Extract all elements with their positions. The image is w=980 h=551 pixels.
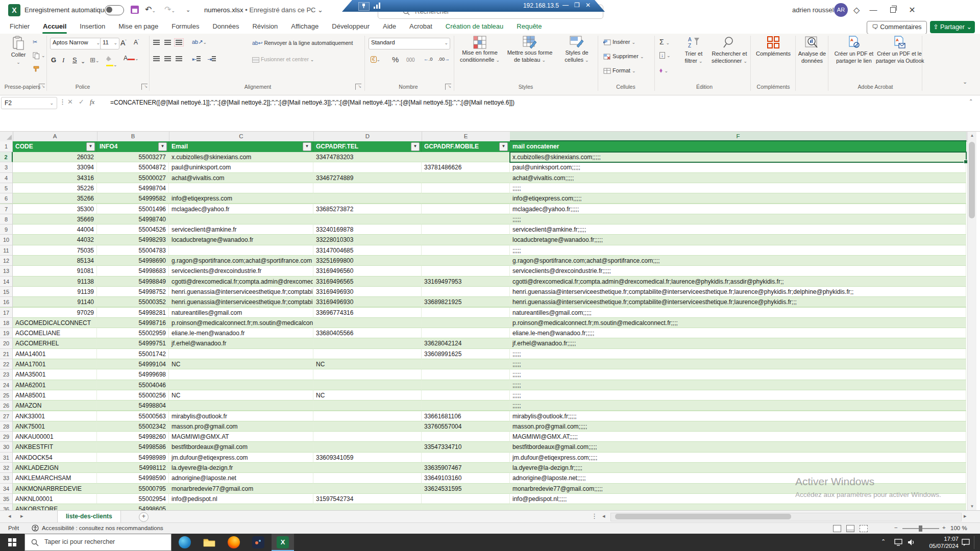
cell-C21[interactable] xyxy=(169,349,313,359)
share-button[interactable]: ⇪ Partager ⌄ xyxy=(930,21,975,33)
cell-C10[interactable]: locaducbretagne@wanadoo.fr xyxy=(169,235,313,245)
cell-A33[interactable]: ANKLEMARCHSAM xyxy=(13,473,97,483)
align-center-icon[interactable] xyxy=(164,56,171,62)
cell-E29[interactable] xyxy=(422,432,510,442)
cell-E3[interactable]: 33781486626 xyxy=(422,162,510,172)
taskbar-edge[interactable] xyxy=(174,534,196,551)
cell-C20[interactable]: jf.erhel@wanadoo.fr xyxy=(169,338,313,348)
cell-E16[interactable]: 33689821925 xyxy=(422,297,510,307)
cell-D25[interactable]: NC xyxy=(313,390,422,400)
column-letter-B[interactable]: B xyxy=(97,132,169,141)
ribbon-tab-r-vision[interactable]: Révision xyxy=(246,20,284,34)
cell-D3[interactable] xyxy=(313,162,422,172)
cell-A3[interactable]: 33094 xyxy=(13,162,97,172)
wrap-text-button[interactable]: ab↩ Renvoyer à la ligne automatiquement xyxy=(252,40,353,46)
ribbon-tab-insertion[interactable]: Insertion xyxy=(73,20,112,34)
create-pdf-share-link-button[interactable]: A Créer un PDF et partager le lien xyxy=(832,36,876,64)
cell-D10[interactable]: 33228010303 xyxy=(313,235,422,245)
number-format-combo[interactable]: Standard⌄ xyxy=(369,38,450,49)
zoom-level[interactable]: 100 % xyxy=(950,525,967,531)
cell-B26[interactable]: 54998804 xyxy=(97,400,169,411)
cell-C16[interactable]: henri.guenassia@interserviceesthetique.f… xyxy=(169,297,313,307)
horizontal-scrollbar-thumb[interactable] xyxy=(615,514,791,519)
alignment-dialog-launcher[interactable]: ↘ xyxy=(355,84,361,90)
grow-font-button[interactable]: Aˆ xyxy=(120,39,127,47)
table-header-tel[interactable]: GCPADRF.TEL▼ xyxy=(313,141,422,152)
cell-C19[interactable]: eliane.le-men@wanadoo.fr xyxy=(169,328,313,338)
analyze-data-button[interactable]: Analyse de données xyxy=(796,36,828,64)
cell-D13[interactable]: 33169496560 xyxy=(313,266,422,276)
cell-A27[interactable]: ANK33001 xyxy=(13,411,97,421)
selected-cell-outline[interactable] xyxy=(509,152,967,163)
ribbon-tab-mise-en-page[interactable]: Mise en page xyxy=(112,20,165,34)
cell-D35[interactable]: 31597542734 xyxy=(313,494,422,504)
cell-A18[interactable]: AGCOMEDICALCONNECT xyxy=(13,318,97,328)
cell-A22[interactable]: AMA17001 xyxy=(13,359,97,369)
cell-C30[interactable]: bestfitbordeaux@gmail.com xyxy=(169,442,313,452)
cell-E33[interactable]: 33649103160 xyxy=(422,473,510,483)
cell-D17[interactable]: 33696774316 xyxy=(313,308,422,318)
percent-format-button[interactable]: % xyxy=(392,55,399,64)
cell-A20[interactable]: AGCOMERHEL xyxy=(13,338,97,348)
cell-E11[interactable] xyxy=(422,245,510,256)
cell-F33[interactable]: adnorigine@laposte.net;;;;; xyxy=(510,473,966,483)
cell-A14[interactable]: 91138 xyxy=(13,277,97,287)
ribbon-tab-acrobat[interactable]: Acrobat xyxy=(403,20,439,34)
cell-C14[interactable]: cgotti@drexcomedical.fr;compta.admin@dre… xyxy=(169,277,313,287)
create-pdf-outlook-button[interactable]: A Créer un PDF et le partager via Outloo… xyxy=(876,36,923,64)
document-title[interactable]: numeros.xlsx • Enregistré dans ce PC ⌄ xyxy=(204,6,323,14)
cell-B4[interactable]: 55000027 xyxy=(97,173,169,183)
cell-B3[interactable]: 55004872 xyxy=(97,162,169,172)
ribbon-tab-donn-es[interactable]: Données xyxy=(206,20,246,34)
cell-A8[interactable]: 35669 xyxy=(13,214,97,224)
delete-cells-button[interactable]: Supprimer ⌄ xyxy=(603,53,644,60)
cell-B6[interactable]: 54999582 xyxy=(97,193,169,204)
cell-E12[interactable] xyxy=(422,256,510,266)
decrease-indent-icon[interactable]: ⇤ xyxy=(192,56,201,63)
cell-E10[interactable] xyxy=(422,235,510,245)
cell-B16[interactable]: 55000352 xyxy=(97,297,169,307)
cell-B27[interactable]: 55000563 xyxy=(97,411,169,421)
cell-D6[interactable] xyxy=(313,193,422,204)
cell-D5[interactable] xyxy=(313,183,422,193)
font-name-combo[interactable]: Aptos Narrow⌄ xyxy=(50,38,102,49)
align-bottom-icon[interactable] xyxy=(176,40,182,46)
cell-E18[interactable] xyxy=(422,318,510,328)
cell-E15[interactable] xyxy=(422,287,510,297)
table-header-email[interactable]: Email▼ xyxy=(169,141,313,152)
user-name[interactable]: adrien roussel xyxy=(792,6,834,14)
cell-A17[interactable]: 97029 xyxy=(13,308,97,318)
spreadsheet-grid[interactable]: ABCDEF1CODE▼INFO4▼Email▼GCPADRF.TEL▼GCPA… xyxy=(0,132,967,510)
table-header-info4[interactable]: INFO4▼ xyxy=(97,141,169,152)
cell-E7[interactable] xyxy=(422,204,510,214)
cell-F14[interactable]: cgotti@drexcomedical.fr;compta.admin@dre… xyxy=(510,277,966,287)
close-button[interactable]: ✕ xyxy=(905,5,919,15)
ribbon-tab-fichier[interactable]: Fichier xyxy=(3,20,36,34)
cell-F9[interactable]: serviceclient@amkine.fr;;;;; xyxy=(510,224,966,235)
cell-A11[interactable]: 75035 xyxy=(13,245,97,256)
column-letter-D[interactable]: D xyxy=(313,132,422,141)
cell-B7[interactable]: 55001496 xyxy=(97,204,169,214)
cell-A26[interactable]: AMAZON xyxy=(13,400,97,411)
column-letter-F[interactable]: F xyxy=(510,132,967,141)
cell-D34[interactable] xyxy=(313,484,422,494)
cell-F24[interactable]: ;;;;; xyxy=(510,380,966,390)
underline-dropdown[interactable]: ⌄ xyxy=(81,58,85,65)
cell-B17[interactable]: 54998281 xyxy=(97,308,169,318)
cancel-entry-icon[interactable]: ✕ xyxy=(67,98,73,106)
rdp-restore-button[interactable]: ❐ xyxy=(574,2,580,9)
cell-F11[interactable]: ;;;;; xyxy=(510,245,966,256)
cell-F26[interactable]: ;;;;; xyxy=(510,400,966,411)
autosave-toggle[interactable] xyxy=(105,5,124,15)
cell-C29[interactable]: MAGMIWI@GMX.AT xyxy=(169,432,313,442)
cell-F30[interactable]: bestfitbordeaux@gmail.com;;;;; xyxy=(510,442,966,452)
ribbon-tab-affichage[interactable]: Affichage xyxy=(284,20,325,34)
cell-F5[interactable]: ;;;;; xyxy=(510,183,966,193)
cell-C15[interactable]: henri.guenassia@interserviceesthetique.f… xyxy=(169,287,313,297)
cell-A31[interactable]: ANKDOCK54 xyxy=(13,453,97,463)
cell-F6[interactable]: info@etiqexpress.com;;;;; xyxy=(510,193,966,204)
zoom-slider-knob[interactable] xyxy=(919,525,922,532)
cell-B30[interactable]: 54998586 xyxy=(97,442,169,452)
cell-D28[interactable] xyxy=(313,421,422,432)
restore-button[interactable] xyxy=(886,5,899,14)
